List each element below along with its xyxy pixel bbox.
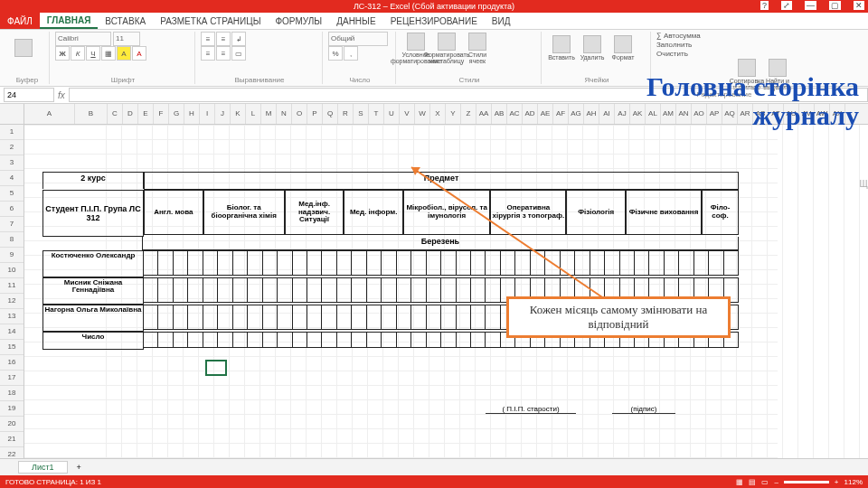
add-sheet-button[interactable]: + bbox=[77, 463, 81, 472]
align-top-button[interactable]: ≡ bbox=[201, 32, 215, 46]
row-9[interactable]: 9 bbox=[0, 248, 24, 263]
tab-review[interactable]: РЕЦЕНЗИРОВАНИЕ bbox=[383, 13, 485, 29]
row-17[interactable]: 17 bbox=[0, 371, 24, 386]
tab-home[interactable]: ГЛАВНАЯ bbox=[40, 13, 99, 29]
view-break-icon[interactable]: ▭ bbox=[761, 478, 769, 486]
col-b[interactable]: B bbox=[75, 104, 108, 124]
col-AI[interactable]: AI bbox=[599, 104, 615, 124]
row-18[interactable]: 18 bbox=[0, 386, 24, 401]
font-name-select[interactable]: Calibri bbox=[55, 32, 111, 46]
tab-layout[interactable]: РАЗМЕТКА СТРАНИЦЫ bbox=[153, 13, 268, 29]
fullscreen-icon[interactable]: ⤢ bbox=[781, 1, 792, 10]
col-F[interactable]: F bbox=[154, 104, 169, 124]
row-15[interactable]: 15 bbox=[0, 340, 24, 355]
col-M[interactable]: M bbox=[261, 104, 277, 124]
col-AC[interactable]: AC bbox=[507, 104, 523, 124]
sheet-tab-1[interactable]: Лист1 bbox=[18, 461, 68, 474]
col-K[interactable]: K bbox=[231, 104, 246, 124]
col-C[interactable]: C bbox=[108, 104, 123, 124]
align-left-button[interactable]: ≡ bbox=[201, 46, 215, 61]
border-button[interactable]: ▦ bbox=[101, 46, 116, 61]
col-a[interactable]: A bbox=[24, 104, 75, 124]
fx-icon[interactable]: fx bbox=[58, 90, 65, 100]
delete-cells-button[interactable]: Удалить bbox=[578, 32, 607, 64]
row-8[interactable]: 8 bbox=[0, 232, 24, 248]
row-12[interactable]: 12 bbox=[0, 294, 24, 309]
col-Q[interactable]: Q bbox=[323, 104, 338, 124]
view-layout-icon[interactable]: ▤ bbox=[749, 478, 756, 486]
name-box[interactable]: 24 bbox=[4, 88, 54, 102]
fill-button[interactable]: Заполнить bbox=[656, 41, 792, 49]
row-2[interactable]: 2 bbox=[0, 140, 24, 155]
cell-styles-button[interactable]: Стили ячеек bbox=[463, 32, 492, 64]
row-13[interactable]: 13 bbox=[0, 309, 24, 324]
tab-file[interactable]: ФАЙЛ bbox=[0, 13, 40, 29]
italic-button[interactable]: К bbox=[71, 46, 85, 61]
col-W[interactable]: W bbox=[415, 104, 430, 124]
select-all-corner[interactable] bbox=[0, 104, 24, 124]
underline-button[interactable]: Ч bbox=[86, 46, 100, 61]
row-1[interactable]: 1 bbox=[0, 125, 24, 140]
col-AA[interactable]: AA bbox=[476, 104, 492, 124]
fill-color-button[interactable]: A bbox=[117, 46, 131, 61]
col-G[interactable]: G bbox=[169, 104, 184, 124]
autosum-button[interactable]: ∑ Автосумма bbox=[656, 32, 792, 40]
font-size-select[interactable]: 11 bbox=[113, 32, 140, 46]
maximize-icon[interactable]: ▢ bbox=[829, 1, 841, 10]
align-center-button[interactable]: ≡ bbox=[216, 46, 231, 61]
row-3[interactable]: 3 bbox=[0, 155, 24, 171]
col-AK[interactable]: AK bbox=[630, 104, 646, 124]
zoom-slider[interactable] bbox=[784, 481, 829, 483]
format-cells-button[interactable]: Формат bbox=[609, 32, 637, 64]
col-Y[interactable]: Y bbox=[446, 104, 461, 124]
row-21[interactable]: 21 bbox=[0, 432, 24, 447]
view-normal-icon[interactable]: ▦ bbox=[736, 478, 743, 486]
number-format-select[interactable]: Общий bbox=[328, 32, 388, 46]
tab-insert[interactable]: ВСТАВКА bbox=[98, 13, 153, 29]
col-AH[interactable]: AH bbox=[584, 104, 599, 124]
insert-cells-button[interactable]: Вставить bbox=[547, 32, 576, 64]
row-16[interactable]: 16 bbox=[0, 355, 24, 371]
col-AD[interactable]: AD bbox=[523, 104, 538, 124]
col-V[interactable]: V bbox=[400, 104, 415, 124]
col-AG[interactable]: AG bbox=[569, 104, 584, 124]
tab-formulas[interactable]: ФОРМУЛЫ bbox=[268, 13, 329, 29]
col-S[interactable]: S bbox=[354, 104, 369, 124]
col-P[interactable]: P bbox=[307, 104, 323, 124]
col-AB[interactable]: AB bbox=[492, 104, 507, 124]
help-icon[interactable]: ? bbox=[760, 1, 769, 10]
row-19[interactable]: 19 bbox=[0, 401, 24, 417]
row-6[interactable]: 6 bbox=[0, 202, 24, 217]
bold-button[interactable]: Ж bbox=[55, 46, 70, 61]
col-X[interactable]: X bbox=[430, 104, 446, 124]
col-H[interactable]: H bbox=[184, 104, 200, 124]
col-U[interactable]: U bbox=[384, 104, 400, 124]
col-R[interactable]: R bbox=[338, 104, 354, 124]
percent-button[interactable]: % bbox=[328, 46, 343, 61]
col-E[interactable]: E bbox=[138, 104, 154, 124]
zoom-in-button[interactable]: + bbox=[835, 478, 839, 486]
col-AE[interactable]: AE bbox=[538, 104, 553, 124]
tab-data[interactable]: ДАННЫЕ bbox=[329, 13, 382, 29]
col-D[interactable]: D bbox=[123, 104, 138, 124]
col-T[interactable]: T bbox=[369, 104, 384, 124]
merge-button[interactable]: ▭ bbox=[231, 46, 246, 61]
minimize-icon[interactable]: — bbox=[805, 1, 816, 10]
close-icon[interactable]: ✕ bbox=[854, 1, 864, 10]
row-5[interactable]: 5 bbox=[0, 186, 24, 202]
row-10[interactable]: 10 bbox=[0, 263, 24, 278]
clear-button[interactable]: Очистить bbox=[656, 50, 792, 58]
active-cell[interactable] bbox=[205, 360, 227, 376]
font-color-button[interactable]: A bbox=[132, 46, 146, 61]
row-14[interactable]: 14 bbox=[0, 324, 24, 340]
align-mid-button[interactable]: ≡ bbox=[216, 32, 231, 46]
row-4[interactable]: 4 bbox=[0, 171, 24, 186]
table-format-button[interactable]: Форматировать как таблицу bbox=[432, 32, 461, 64]
add-column-hint[interactable]: Щелкните, чтобы доб bbox=[859, 179, 868, 189]
paste-button[interactable] bbox=[9, 32, 38, 64]
col-AJ[interactable]: AJ bbox=[615, 104, 630, 124]
row-11[interactable]: 11 bbox=[0, 278, 24, 294]
col-O[interactable]: O bbox=[292, 104, 307, 124]
col-L[interactable]: L bbox=[246, 104, 261, 124]
col-J[interactable]: J bbox=[215, 104, 231, 124]
